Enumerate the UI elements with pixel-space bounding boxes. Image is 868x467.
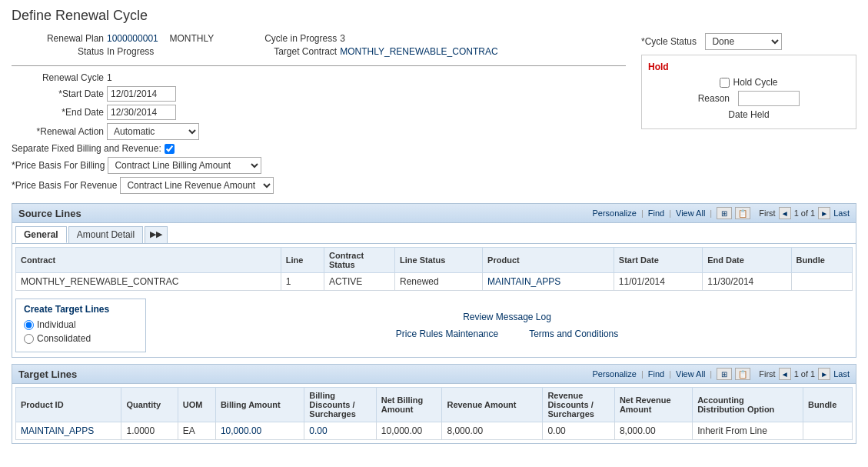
consolidated-radio-row: Consolidated bbox=[24, 333, 138, 344]
end-date-label: *End Date bbox=[12, 107, 104, 118]
renewal-cycle-label: Renewal Cycle bbox=[12, 72, 104, 83]
source-personalize-link[interactable]: Personalize bbox=[592, 208, 636, 218]
col-start-date: Start Date bbox=[614, 248, 702, 273]
renewal-plan-label: Renewal Plan bbox=[12, 33, 104, 44]
target-export-icon[interactable]: 📋 bbox=[735, 368, 750, 380]
target-prev-btn[interactable]: ◄ bbox=[779, 368, 791, 380]
source-last-link[interactable]: Last bbox=[833, 208, 850, 218]
row-line-status: Renewed bbox=[394, 273, 482, 291]
trow-quantity: 1.0000 bbox=[121, 422, 178, 440]
reason-label: Reason bbox=[698, 93, 730, 104]
hold-cycle-checkbox[interactable] bbox=[720, 78, 730, 88]
individual-radio-row: Individual bbox=[24, 319, 138, 330]
reason-input[interactable] bbox=[738, 91, 800, 106]
start-date-label: *Start Date bbox=[12, 88, 104, 99]
tcol-revenue-amount: Revenue Amount bbox=[442, 388, 543, 422]
hold-cycle-label: Hold Cycle bbox=[733, 77, 777, 88]
tcol-net-revenue: Net RevenueAmount bbox=[614, 388, 692, 422]
source-export-icon[interactable]: 📋 bbox=[735, 207, 750, 219]
col-bundle: Bundle bbox=[791, 248, 852, 273]
terms-and-conditions-link[interactable]: Terms and Conditions bbox=[529, 329, 618, 339]
trow-net-revenue: 8,000.00 bbox=[614, 422, 692, 440]
action-links-section: Review Message Log Price Rules Maintenan… bbox=[161, 299, 853, 352]
col-contract-status: ContractStatus bbox=[324, 248, 395, 273]
review-message-log-link[interactable]: Review Message Log bbox=[463, 312, 551, 322]
target-find-link[interactable]: Find bbox=[648, 369, 664, 379]
tab-more-icon[interactable]: ▶▶ bbox=[145, 226, 168, 243]
tab-amount-detail[interactable]: Amount Detail bbox=[68, 226, 143, 243]
renewal-cycle-value: 1 bbox=[107, 72, 112, 83]
source-prev-btn[interactable]: ◄ bbox=[779, 207, 791, 219]
target-first-label: First bbox=[759, 369, 775, 379]
trow-product-id: MAINTAIN_APPS bbox=[16, 422, 121, 440]
row-contract: MONTHLY_RENEWABLE_CONTRAC bbox=[16, 273, 281, 291]
target-view-all-link[interactable]: View All bbox=[676, 369, 705, 379]
product-link[interactable]: MAINTAIN_APPS bbox=[487, 276, 560, 287]
target-next-btn[interactable]: ► bbox=[818, 368, 830, 380]
source-tabs-bar: General Amount Detail ▶▶ bbox=[12, 223, 856, 244]
renewal-plan-link[interactable]: 1000000001 bbox=[107, 33, 158, 44]
consolidated-radio[interactable] bbox=[24, 334, 34, 344]
trow-uom: EA bbox=[178, 422, 215, 440]
row-end-date: 11/30/2014 bbox=[703, 273, 791, 291]
tcol-bundle: Bundle bbox=[803, 388, 853, 422]
trow-net-billing: 10,000.00 bbox=[376, 422, 442, 440]
end-date-input[interactable] bbox=[107, 105, 176, 120]
tcol-revenue-discounts: RevenueDiscounts /Surcharges bbox=[543, 388, 614, 422]
price-basis-billing-select[interactable]: Contract Line Billing Amount bbox=[108, 157, 261, 174]
target-lines-title: Target Lines bbox=[18, 369, 77, 380]
price-basis-revenue-select[interactable]: Contract Line Revenue Amount bbox=[120, 177, 274, 194]
status-label: Status bbox=[12, 46, 104, 57]
status-value: In Progress bbox=[107, 46, 154, 57]
renewal-plan-status: MONTHLY bbox=[169, 33, 214, 44]
source-grid-icon[interactable]: ⊞ bbox=[717, 207, 732, 219]
trow-revenue-amount: 8,000.00 bbox=[442, 422, 543, 440]
hold-title: Hold bbox=[648, 62, 850, 72]
tcol-billing-discounts: BillingDiscounts /Surcharges bbox=[304, 388, 376, 422]
price-rules-maintenance-link[interactable]: Price Rules Maintenance bbox=[396, 329, 498, 339]
target-personalize-link[interactable]: Personalize bbox=[592, 369, 636, 379]
start-date-input[interactable] bbox=[107, 86, 176, 102]
separate-billing-label: Separate Fixed Billing and Revenue: bbox=[12, 143, 161, 154]
source-view-all-link[interactable]: View All bbox=[676, 208, 705, 218]
tab-general[interactable]: General bbox=[15, 226, 67, 243]
create-target-lines-box: Create Target Lines Individual Consolida… bbox=[15, 299, 146, 352]
tcol-uom: UOM bbox=[178, 388, 215, 422]
renewal-action-label: *Renewal Action bbox=[12, 126, 104, 137]
source-next-btn[interactable]: ► bbox=[818, 207, 830, 219]
source-first-label: First bbox=[759, 208, 775, 218]
target-product-link[interactable]: MAINTAIN_APPS bbox=[21, 425, 94, 436]
row-contract-status: ACTIVE bbox=[324, 273, 395, 291]
row-bundle bbox=[791, 273, 852, 291]
target-contract-label: Target Contract bbox=[244, 46, 337, 57]
date-held-label: Date Held bbox=[728, 109, 769, 120]
trow-revenue-discounts: 0.00 bbox=[543, 422, 614, 440]
target-grid-icon[interactable]: ⊞ bbox=[717, 368, 732, 380]
target-last-link[interactable]: Last bbox=[833, 369, 850, 379]
target-lines-table: Product ID Quantity UOM Billing Amount B… bbox=[15, 387, 853, 440]
source-lines-toolbar: Personalize | Find | View All | ⊞ 📋 Firs… bbox=[592, 207, 850, 219]
source-pagination: 1 of 1 bbox=[794, 208, 816, 218]
trow-accounting-dist: Inherit From Line bbox=[693, 422, 803, 440]
page-title: Define Renewal Cycle bbox=[12, 8, 856, 24]
tcol-quantity: Quantity bbox=[121, 388, 178, 422]
trow-billing-discounts: 0.00 bbox=[304, 422, 376, 440]
source-find-link[interactable]: Find bbox=[648, 208, 664, 218]
row-line: 1 bbox=[281, 273, 324, 291]
source-lines-title: Source Lines bbox=[18, 208, 81, 219]
price-basis-revenue-label: *Price Basis For Revenue bbox=[12, 180, 117, 191]
target-pagination: 1 of 1 bbox=[794, 369, 816, 379]
separate-billing-checkbox[interactable] bbox=[165, 144, 175, 154]
individual-radio[interactable] bbox=[24, 320, 34, 330]
col-line-status: Line Status bbox=[394, 248, 482, 273]
cycle-status-label: *Cycle Status bbox=[641, 36, 697, 47]
col-end-date: End Date bbox=[703, 248, 791, 273]
renewal-action-select[interactable]: Automatic bbox=[107, 123, 199, 140]
tcol-net-billing: Net BillingAmount bbox=[376, 388, 442, 422]
cycle-status-select[interactable]: Done bbox=[705, 33, 782, 50]
target-contract-link[interactable]: MONTHLY_RENEWABLE_CONTRAC bbox=[340, 46, 497, 57]
tcol-billing-amount: Billing Amount bbox=[215, 388, 304, 422]
row-product: MAINTAIN_APPS bbox=[483, 273, 614, 291]
cycle-in-progress-label: Cycle in Progress bbox=[244, 33, 337, 44]
trow-bundle bbox=[803, 422, 853, 440]
